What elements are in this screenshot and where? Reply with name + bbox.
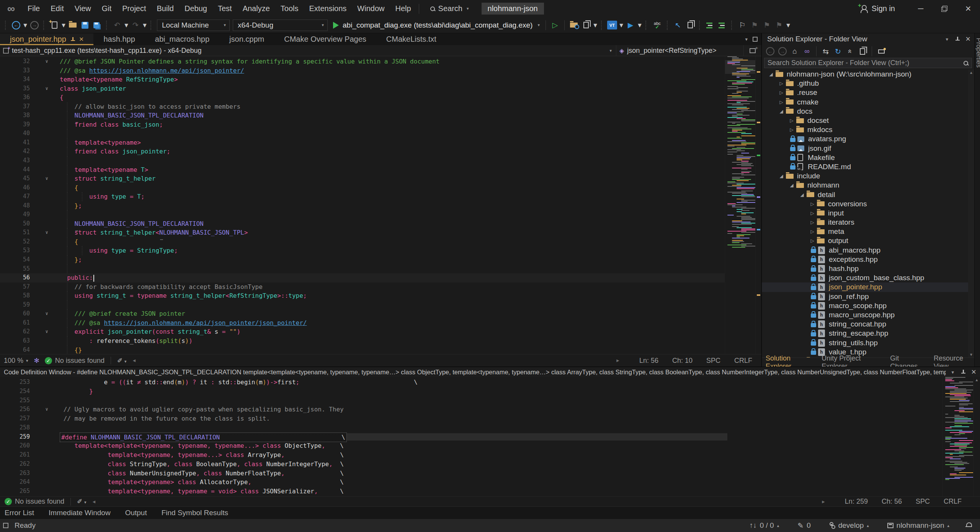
solution-scope-icon[interactable] xyxy=(580,20,592,31)
code-line[interactable]: 62∨ explicit json_pointer(const string_t… xyxy=(0,327,725,336)
code-line[interactable]: 46 { xyxy=(0,183,725,193)
code-line[interactable]: 45∨ struct string_t_helper xyxy=(0,174,725,183)
menu-item-window[interactable]: Window xyxy=(352,0,390,17)
minimap-viewport[interactable] xyxy=(725,60,755,74)
toggle-bookmark-icon[interactable]: ⚐ xyxy=(737,20,748,31)
tree-item-exceptions-hpp[interactable]: hexceptions.hpp xyxy=(762,255,968,264)
code-line[interactable]: 258 xyxy=(0,423,942,432)
issues-status-label[interactable]: No issues found xyxy=(15,498,64,506)
code-line[interactable]: 44 template<typename T> xyxy=(0,165,725,175)
close-icon[interactable]: × xyxy=(965,34,970,44)
save-icon[interactable] xyxy=(79,20,91,31)
tree-item-string-utils-hpp[interactable]: hstring_utils.hpp xyxy=(762,338,968,347)
tree-item-include[interactable]: ◢include xyxy=(762,171,968,181)
minimap-scrollbar[interactable] xyxy=(942,377,973,496)
expanded-arrow-icon[interactable]: ◢ xyxy=(788,183,795,188)
tab-json-pointer-hpp[interactable]: json_pointer.hpp× xyxy=(0,33,93,45)
fold-chevron-icon[interactable]: ∨ xyxy=(38,405,55,414)
tree-item-nlohmann[interactable]: ◢nlohmann xyxy=(762,181,968,190)
code-line[interactable]: 265 template<typename, typename = void> … xyxy=(0,487,942,496)
code-line[interactable]: 49 xyxy=(0,210,725,219)
code-line[interactable]: 55 xyxy=(0,264,725,274)
expanded-arrow-icon[interactable]: ◢ xyxy=(767,72,775,77)
code-definition-editor[interactable]: 253 e = ((it ≠ std::end(m)) ? it : std::… xyxy=(0,377,942,496)
branch-selector-button[interactable]: develop ▴ xyxy=(829,521,869,530)
global-search-button[interactable]: Search ▾ xyxy=(425,4,475,13)
collapsed-arrow-icon[interactable]: ▷ xyxy=(808,211,816,216)
code-line[interactable]: 48 }; xyxy=(0,201,725,211)
redo-dropdown-icon[interactable]: ▾ xyxy=(142,20,147,31)
code-line[interactable]: 41 template<typename> xyxy=(0,138,725,147)
code-line[interactable]: 261 template<typename, typename...> clas… xyxy=(0,450,942,460)
tree-item-value-t-hpp[interactable]: hvalue_t.hpp xyxy=(762,348,968,357)
scrollbar-annotations[interactable] xyxy=(755,56,761,354)
start-without-debugging-icon[interactable]: ▷ xyxy=(549,20,561,31)
new-file-dropdown-icon[interactable]: ▾ xyxy=(61,20,66,31)
tree-item-readme-md[interactable]: README.md xyxy=(762,162,968,171)
navigate-pointer-icon[interactable]: ↖ xyxy=(672,20,684,31)
open-file-icon[interactable] xyxy=(67,20,78,31)
sign-in-button[interactable]: + Sign in xyxy=(859,4,895,13)
minimize-button[interactable]: ─ xyxy=(909,0,933,17)
nav-back-dropdown-icon[interactable]: ▾ xyxy=(23,20,28,31)
code-line[interactable]: 253 e = ((it ≠ std::end(m)) ? it : std::… xyxy=(0,378,942,387)
scroll-down-icon[interactable]: ▼ xyxy=(969,352,973,357)
spaces-indicator[interactable]: SPC xyxy=(706,357,720,365)
menu-item-analyze[interactable]: Analyze xyxy=(237,0,275,17)
fold-chevron-icon[interactable]: ∨ xyxy=(38,57,55,66)
sync-with-active-document-icon[interactable] xyxy=(875,46,887,57)
tree-item-string-escape-hpp[interactable]: hstring_escape.hpp xyxy=(762,329,968,338)
code-line[interactable]: 39 friend class basic_json; xyxy=(0,120,725,129)
pin-icon[interactable] xyxy=(955,36,960,42)
fold-chevron-icon[interactable]: ∨ xyxy=(38,174,55,183)
code-line[interactable]: 38 NLOHMANN_BASIC_JSON_TPL_DECLARATION xyxy=(0,111,725,120)
code-line[interactable]: 34template<typename RefStringType> xyxy=(0,75,725,84)
tree-item-mkdocs[interactable]: ▷mkdocs xyxy=(762,125,968,134)
minimap-scrollbar[interactable] xyxy=(725,56,755,354)
window-position-dropdown-icon[interactable]: ▾ xyxy=(945,36,950,42)
nav-back-icon[interactable]: ← xyxy=(10,20,22,31)
nav-forward-icon[interactable]: → xyxy=(29,20,40,31)
bottom-tab-find-symbol-results[interactable]: Find Symbol Results xyxy=(162,509,228,517)
refresh-icon[interactable]: ↻ xyxy=(832,46,844,57)
code-line[interactable]: 53 using type = StringType; xyxy=(0,246,725,255)
code-line[interactable]: 35∨class json_pointer xyxy=(0,84,725,93)
code-line[interactable]: 50 NLOHMANN_BASIC_JSON_TPL_DECLARATION xyxy=(0,219,725,228)
menu-item-git[interactable]: Git xyxy=(96,0,117,17)
code-line[interactable]: 264 template<typename> class AllocatorTy… xyxy=(0,478,942,487)
tree-item-output[interactable]: ▷output xyxy=(762,236,968,245)
tree-item-input[interactable]: ▷input xyxy=(762,209,968,218)
solution-search-input[interactable]: Search Solution Explorer - Folder View (… xyxy=(764,58,972,68)
background-tasks-icon[interactable] xyxy=(3,523,8,528)
bookmarks-dropdown-icon[interactable]: ▾ xyxy=(786,20,791,31)
attach-dropdown-icon[interactable]: ▾ xyxy=(637,20,642,31)
code-line[interactable]: 40 xyxy=(0,129,725,138)
code-line[interactable]: 255 xyxy=(0,396,942,405)
save-all-icon[interactable] xyxy=(91,20,103,31)
scroll-up-icon[interactable]: ▲ xyxy=(969,70,973,75)
se-back-icon[interactable]: ← xyxy=(764,46,776,57)
tree-item--github[interactable]: ▷.github xyxy=(762,79,968,88)
code-cleanup-button[interactable]: ✐ ▾ xyxy=(117,357,127,365)
code-line[interactable]: 52 { xyxy=(0,237,725,246)
solution-scope-dropdown-icon[interactable]: ▾ xyxy=(593,20,598,31)
doc-link[interactable]: https://json.nlohmann.me/api/json_pointe… xyxy=(104,319,307,326)
code-cleanup-button[interactable]: ✐ ▾ xyxy=(77,498,87,506)
tree-item-string-concat-hpp[interactable]: hstring_concat.hpp xyxy=(762,320,968,329)
expanded-arrow-icon[interactable]: ◢ xyxy=(777,173,785,179)
configuration-dropdown[interactable]: x64-Debug▾ xyxy=(233,20,328,31)
scroll-right-icon[interactable]: ► xyxy=(821,499,826,504)
scroll-left-icon[interactable]: ◄ xyxy=(132,358,136,363)
code-line[interactable]: 262 class StringType, class BooleanType,… xyxy=(0,460,942,469)
code-line[interactable]: 63 : reference_tokens(split(s)) xyxy=(0,336,725,346)
code-line[interactable]: 61 /// @sa https://json.nlohmann.me/api/… xyxy=(0,318,725,328)
menu-item-project[interactable]: Project xyxy=(117,0,151,17)
collapsed-arrow-icon[interactable]: ▷ xyxy=(777,81,785,86)
split-window-button[interactable] xyxy=(744,45,761,56)
doc-link[interactable]: https://json.nlohmann.me/api/json_pointe… xyxy=(89,67,244,74)
menu-item-tools[interactable]: Tools xyxy=(275,0,304,17)
tree-item-meta[interactable]: ▷meta xyxy=(762,227,968,236)
code-line[interactable]: 33/// @sa https://json.nlohmann.me/api/j… xyxy=(0,66,725,75)
code-line[interactable]: 64 {} xyxy=(0,346,725,354)
code-line[interactable]: 58 using string_t = typename string_t_he… xyxy=(0,291,725,300)
